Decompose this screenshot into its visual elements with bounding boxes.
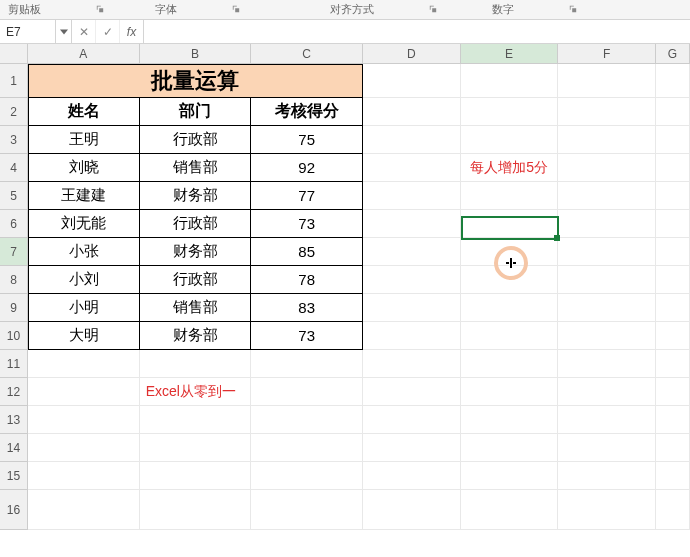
- cell[interactable]: [656, 406, 690, 434]
- column-headers[interactable]: ABCDEFG: [28, 44, 690, 64]
- cell[interactable]: [363, 266, 461, 294]
- cell[interactable]: [461, 182, 559, 210]
- row-header-7[interactable]: 7: [0, 238, 27, 266]
- fx-icon[interactable]: fx: [120, 20, 144, 43]
- data-name-cell[interactable]: 王建建: [28, 182, 140, 210]
- cell[interactable]: [558, 98, 656, 126]
- cell[interactable]: [363, 64, 461, 98]
- cell[interactable]: [461, 266, 559, 294]
- cell[interactable]: [656, 350, 690, 378]
- cell[interactable]: [363, 378, 461, 406]
- cell[interactable]: [251, 350, 363, 378]
- cell[interactable]: [558, 154, 656, 182]
- cell[interactable]: [656, 434, 690, 462]
- header-score[interactable]: 考核得分: [251, 98, 363, 126]
- spreadsheet-grid[interactable]: ABCDEFG 12345678910111213141516 批量运算姓名部门…: [0, 44, 690, 557]
- data-score-cell[interactable]: 73: [251, 210, 363, 238]
- number-launcher-icon[interactable]: [567, 3, 579, 15]
- cell[interactable]: [558, 406, 656, 434]
- confirm-icon[interactable]: ✓: [96, 20, 120, 43]
- cell[interactable]: [461, 462, 559, 490]
- select-all-corner[interactable]: [0, 44, 28, 64]
- row-header-4[interactable]: 4: [0, 154, 27, 182]
- cell[interactable]: [363, 490, 461, 530]
- font-launcher-icon[interactable]: [230, 3, 242, 15]
- cell[interactable]: [461, 126, 559, 154]
- cell[interactable]: [140, 434, 252, 462]
- formula-input[interactable]: [144, 20, 690, 43]
- row-headers[interactable]: 12345678910111213141516: [0, 64, 28, 530]
- cell[interactable]: [656, 238, 690, 266]
- row-header-12[interactable]: 12: [0, 378, 27, 406]
- row-header-8[interactable]: 8: [0, 266, 27, 294]
- cell[interactable]: [558, 462, 656, 490]
- col-header-B[interactable]: B: [140, 44, 252, 63]
- cell[interactable]: [656, 126, 690, 154]
- cell[interactable]: [656, 98, 690, 126]
- cell[interactable]: [363, 462, 461, 490]
- cell[interactable]: [461, 98, 559, 126]
- cell[interactable]: [363, 126, 461, 154]
- cell[interactable]: [251, 462, 363, 490]
- cell[interactable]: [656, 378, 690, 406]
- cell[interactable]: [461, 210, 559, 238]
- cell[interactable]: [461, 490, 559, 530]
- data-name-cell[interactable]: 大明: [28, 322, 140, 350]
- cell[interactable]: [363, 238, 461, 266]
- cell[interactable]: [363, 294, 461, 322]
- data-name-cell[interactable]: 小刘: [28, 266, 140, 294]
- cell[interactable]: [461, 434, 559, 462]
- name-box-dropdown-icon[interactable]: [56, 20, 72, 43]
- cell[interactable]: [558, 378, 656, 406]
- data-dept-cell[interactable]: 销售部: [140, 294, 252, 322]
- data-score-cell[interactable]: 92: [251, 154, 363, 182]
- cell[interactable]: [558, 182, 656, 210]
- cell[interactable]: [656, 210, 690, 238]
- cell[interactable]: [363, 434, 461, 462]
- cell[interactable]: [558, 322, 656, 350]
- cell[interactable]: [251, 490, 363, 530]
- cell[interactable]: [363, 98, 461, 126]
- row-header-16[interactable]: 16: [0, 490, 27, 530]
- data-dept-cell[interactable]: 行政部: [140, 266, 252, 294]
- cell[interactable]: [558, 126, 656, 154]
- cell[interactable]: [28, 490, 140, 530]
- cell[interactable]: [656, 462, 690, 490]
- cell[interactable]: [28, 434, 140, 462]
- data-name-cell[interactable]: 刘无能: [28, 210, 140, 238]
- row-header-2[interactable]: 2: [0, 98, 27, 126]
- data-dept-cell[interactable]: 行政部: [140, 126, 252, 154]
- data-score-cell[interactable]: 83: [251, 294, 363, 322]
- cell[interactable]: [28, 378, 140, 406]
- cell[interactable]: [461, 406, 559, 434]
- data-name-cell[interactable]: 刘晓: [28, 154, 140, 182]
- data-dept-cell[interactable]: 财务部: [140, 238, 252, 266]
- row-header-9[interactable]: 9: [0, 294, 27, 322]
- cell[interactable]: [656, 154, 690, 182]
- data-dept-cell[interactable]: 财务部: [140, 182, 252, 210]
- data-score-cell[interactable]: 77: [251, 182, 363, 210]
- header-dept[interactable]: 部门: [140, 98, 252, 126]
- note-watermark[interactable]: Excel从零到一: [140, 378, 252, 406]
- row-header-6[interactable]: 6: [0, 210, 27, 238]
- cell[interactable]: [251, 434, 363, 462]
- cell[interactable]: [461, 64, 559, 98]
- col-header-D[interactable]: D: [363, 44, 461, 63]
- row-header-5[interactable]: 5: [0, 182, 27, 210]
- data-name-cell[interactable]: 小张: [28, 238, 140, 266]
- cell[interactable]: [656, 490, 690, 530]
- cell[interactable]: [251, 378, 363, 406]
- col-header-A[interactable]: A: [28, 44, 140, 63]
- cell[interactable]: [656, 294, 690, 322]
- cell[interactable]: [140, 406, 252, 434]
- cell[interactable]: [363, 406, 461, 434]
- cell[interactable]: [558, 210, 656, 238]
- cell[interactable]: [558, 350, 656, 378]
- cell[interactable]: [461, 378, 559, 406]
- cell[interactable]: [140, 350, 252, 378]
- data-score-cell[interactable]: 73: [251, 322, 363, 350]
- row-header-13[interactable]: 13: [0, 406, 27, 434]
- cell[interactable]: [28, 406, 140, 434]
- row-header-10[interactable]: 10: [0, 322, 27, 350]
- header-name[interactable]: 姓名: [28, 98, 140, 126]
